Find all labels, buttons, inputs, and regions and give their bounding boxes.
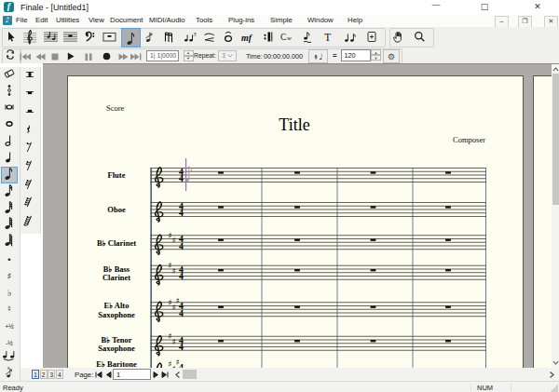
view-button-4[interactable]: 4 xyxy=(56,370,63,379)
pause-button[interactable] xyxy=(81,50,96,61)
menu-utilities[interactable]: Utilities xyxy=(56,16,79,24)
mdi-restore-button[interactable]: ❐ xyxy=(518,16,532,28)
score-canvas[interactable]: ScoreTitleComposerFlute44Oboe44B♭ Clarin… xyxy=(43,64,559,369)
eighth-rest-button[interactable] xyxy=(21,141,38,158)
simple-entry-tool-button[interactable] xyxy=(121,28,141,47)
hundredtwentyeighth-rest-button[interactable] xyxy=(21,213,38,231)
grace-note-button[interactable]: 8 xyxy=(1,366,18,383)
thirtysecond-note-button[interactable] xyxy=(1,200,18,217)
scroll-right-icon[interactable] xyxy=(546,371,557,379)
eraser-tool-button[interactable] xyxy=(1,68,18,85)
first-page-button[interactable] xyxy=(94,370,102,379)
clef-tool-button[interactable] xyxy=(81,28,99,46)
counter-spinner[interactable]: ▲▼ xyxy=(184,50,194,61)
tempo-spinner[interactable]: ▲▼ xyxy=(371,49,381,61)
document-view[interactable]: ScoreTitleComposerFlute44Oboe44B♭ Clarin… xyxy=(43,63,559,368)
reposition-tool-button[interactable] xyxy=(1,84,18,101)
last-page-button[interactable] xyxy=(161,370,170,379)
repeat-dropdown[interactable]: 1 xyxy=(218,50,237,61)
whole-note-button[interactable] xyxy=(1,117,18,134)
zoom-tool-button[interactable] xyxy=(411,28,429,46)
tuplet-tool-button[interactable]: 3 xyxy=(181,28,198,46)
stop-button[interactable] xyxy=(48,50,62,61)
menu-window[interactable]: Window xyxy=(307,16,334,24)
graphics-tool-button[interactable] xyxy=(363,28,381,46)
tempo-field[interactable]: 120 xyxy=(341,49,371,61)
speedy-entry-tool-button[interactable] xyxy=(141,28,158,46)
record-button[interactable] xyxy=(99,50,114,61)
minimize-button[interactable]: — xyxy=(420,0,452,14)
horizontal-scrollbar-thumb[interactable] xyxy=(183,370,197,379)
hundredtwentyeighth-note-button[interactable] xyxy=(1,234,18,250)
view-button-2[interactable]: 2 xyxy=(40,370,48,379)
view-button-1[interactable]: 1 xyxy=(32,370,39,379)
repeat-tool-button[interactable] xyxy=(259,28,277,46)
tie-button[interactable] xyxy=(1,349,18,366)
augmentation-dot-button[interactable]: • xyxy=(1,250,18,266)
half-note-button[interactable] xyxy=(1,134,18,151)
skip-to-start-button[interactable] xyxy=(18,50,33,61)
key-signature-tool-button[interactable] xyxy=(42,28,60,46)
menu-file[interactable]: File xyxy=(16,16,28,24)
view-button-3[interactable]: 3 xyxy=(48,370,55,379)
vertical-scrollbar[interactable] xyxy=(552,64,559,368)
measure-tool-button[interactable] xyxy=(101,28,118,46)
scroll-left-icon[interactable] xyxy=(171,371,183,379)
thirtysecond-rest-button[interactable] xyxy=(21,177,38,195)
expression-tool-button[interactable]: mf xyxy=(239,28,257,46)
menu-view[interactable]: View xyxy=(89,16,104,24)
note-mover-tool-button[interactable] xyxy=(342,28,360,46)
mdi-minimize-button[interactable]: – xyxy=(495,16,509,28)
play-button[interactable] xyxy=(63,50,78,61)
menu-edit[interactable]: Edit xyxy=(35,16,48,24)
sixtyfourth-rest-button[interactable] xyxy=(21,196,38,213)
menu-simple[interactable]: Simple xyxy=(270,16,293,24)
previous-page-button[interactable] xyxy=(104,370,113,379)
page-number-field[interactable]: 1 xyxy=(113,369,151,380)
half-step-up-button[interactable]: +½ xyxy=(1,317,18,333)
selection-tool-button[interactable] xyxy=(2,28,20,46)
chord-tool-button[interactable]: Cw xyxy=(279,28,296,46)
smart-shape-tool-button[interactable] xyxy=(200,28,218,46)
sixtyfourth-note-button[interactable] xyxy=(1,217,18,234)
whole-rest-button[interactable] xyxy=(21,86,38,103)
hyperscribe-tool-button[interactable] xyxy=(160,28,178,46)
menu-midi-audio[interactable]: MIDI/Audio xyxy=(149,16,185,24)
close-button[interactable]: ✕ xyxy=(522,0,553,14)
vertical-scrollbar-thumb[interactable] xyxy=(552,74,559,205)
tempo-note-selector[interactable]: ▲▼ ♩ xyxy=(308,49,328,63)
double-whole-note-button[interactable] xyxy=(1,101,18,117)
maximize-button[interactable]: □ xyxy=(469,0,500,14)
playback-settings-button[interactable]: ⚙ xyxy=(383,49,400,63)
counter-spin-down-icon[interactable]: ▼ xyxy=(184,56,194,61)
tempo-spin-down-icon[interactable]: ▼ xyxy=(371,55,381,61)
time-signature-tool-button[interactable] xyxy=(61,28,79,46)
quarter-note-button[interactable] xyxy=(1,151,18,168)
eighth-note-button[interactable] xyxy=(1,167,18,183)
sharp-button[interactable]: ♯ xyxy=(1,266,18,283)
playback-counter-field[interactable]: 1| 1|0000 xyxy=(146,50,179,61)
articulation-tool-button[interactable] xyxy=(220,28,238,46)
resize-grip[interactable] xyxy=(550,384,558,392)
double-whole-rest-button[interactable] xyxy=(21,68,38,86)
skip-to-end-button[interactable] xyxy=(129,50,143,61)
loop-playback-button[interactable] xyxy=(3,49,18,61)
mdi-close-button[interactable]: ✕ xyxy=(544,16,558,28)
menu-plug-ins[interactable]: Plug-ins xyxy=(228,16,254,24)
menu-tools[interactable]: Tools xyxy=(196,16,212,24)
rewind-button[interactable] xyxy=(33,50,48,61)
flat-button[interactable]: ♭ xyxy=(1,283,18,300)
lyrics-tool-button[interactable] xyxy=(299,28,317,46)
sixteenth-rest-button[interactable] xyxy=(21,159,38,177)
half-step-down-button[interactable]: -½ xyxy=(1,332,18,349)
hand-grabber-tool-button[interactable] xyxy=(389,28,407,46)
next-page-button[interactable] xyxy=(152,370,160,379)
staff-tool-button[interactable] xyxy=(21,28,39,46)
half-rest-button[interactable] xyxy=(21,104,38,122)
scroll-up-icon[interactable] xyxy=(552,64,559,74)
sixteenth-note-button[interactable] xyxy=(1,183,18,200)
quarter-rest-button[interactable] xyxy=(21,122,38,140)
natural-button[interactable]: ♮ xyxy=(1,300,18,317)
scroll-down-icon[interactable] xyxy=(552,358,559,368)
menu-document[interactable]: Document xyxy=(110,16,143,24)
